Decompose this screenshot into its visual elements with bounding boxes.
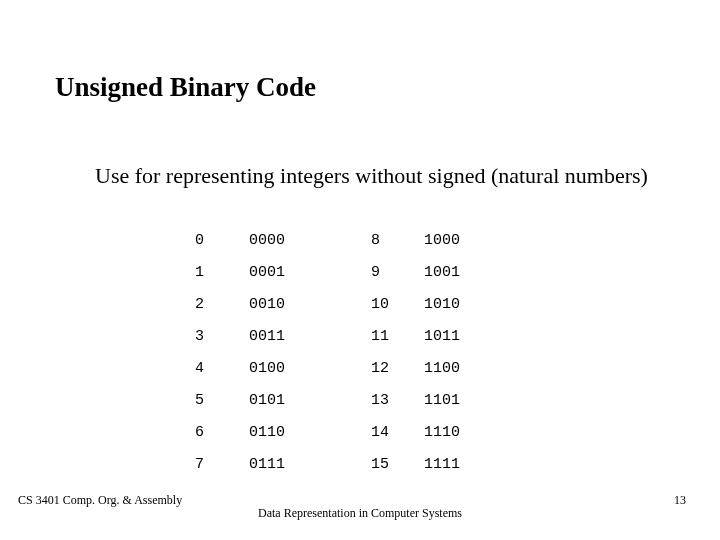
table-row: 2 0010 10 1010	[195, 288, 504, 320]
cell-binary: 0111	[249, 448, 371, 480]
table-row: 0 0000 8 1000	[195, 224, 504, 256]
cell-binary: 0011	[249, 320, 371, 352]
cell-decimal: 6	[195, 416, 249, 448]
cell-decimal: 2	[195, 288, 249, 320]
table-row: 7 0111 15 1111	[195, 448, 504, 480]
cell-binary: 0101	[249, 384, 371, 416]
footer-center: Data Representation in Computer Systems	[0, 506, 720, 520]
cell-binary: 1110	[424, 416, 504, 448]
cell-decimal: 4	[195, 352, 249, 384]
cell-decimal: 9	[371, 256, 424, 288]
cell-binary: 0110	[249, 416, 371, 448]
table-row: 6 0110 14 1110	[195, 416, 504, 448]
cell-decimal: 15	[371, 448, 424, 480]
cell-binary: 1000	[424, 224, 504, 256]
cell-decimal: 8	[371, 224, 424, 256]
cell-binary: 1011	[424, 320, 504, 352]
cell-decimal: 7	[195, 448, 249, 480]
cell-decimal: 13	[371, 384, 424, 416]
table-row: 3 0011 11 1011	[195, 320, 504, 352]
cell-binary: 1111	[424, 448, 504, 480]
binary-code-table: 0 0000 8 1000 1 0001 9 1001 2 0010 10 10…	[195, 224, 504, 480]
cell-decimal: 12	[371, 352, 424, 384]
cell-binary: 1010	[424, 288, 504, 320]
cell-decimal: 10	[371, 288, 424, 320]
cell-binary: 1001	[424, 256, 504, 288]
cell-binary: 0100	[249, 352, 371, 384]
slide: Unsigned Binary Code Use for representin…	[0, 0, 720, 540]
table-row: 5 0101 13 1101	[195, 384, 504, 416]
cell-decimal: 5	[195, 384, 249, 416]
cell-binary: 0001	[249, 256, 371, 288]
cell-decimal: 1	[195, 256, 249, 288]
table-row: 1 0001 9 1001	[195, 256, 504, 288]
table-row: 4 0100 12 1100	[195, 352, 504, 384]
cell-binary: 0000	[249, 224, 371, 256]
footer-page-number: 13	[674, 493, 686, 508]
cell-binary: 1100	[424, 352, 504, 384]
slide-title: Unsigned Binary Code	[55, 72, 316, 103]
cell-decimal: 14	[371, 416, 424, 448]
cell-decimal: 11	[371, 320, 424, 352]
cell-decimal: 0	[195, 224, 249, 256]
cell-binary: 0010	[249, 288, 371, 320]
slide-subtitle: Use for representing integers without si…	[95, 162, 655, 190]
cell-decimal: 3	[195, 320, 249, 352]
table-body: 0 0000 8 1000 1 0001 9 1001 2 0010 10 10…	[195, 224, 504, 480]
cell-binary: 1101	[424, 384, 504, 416]
